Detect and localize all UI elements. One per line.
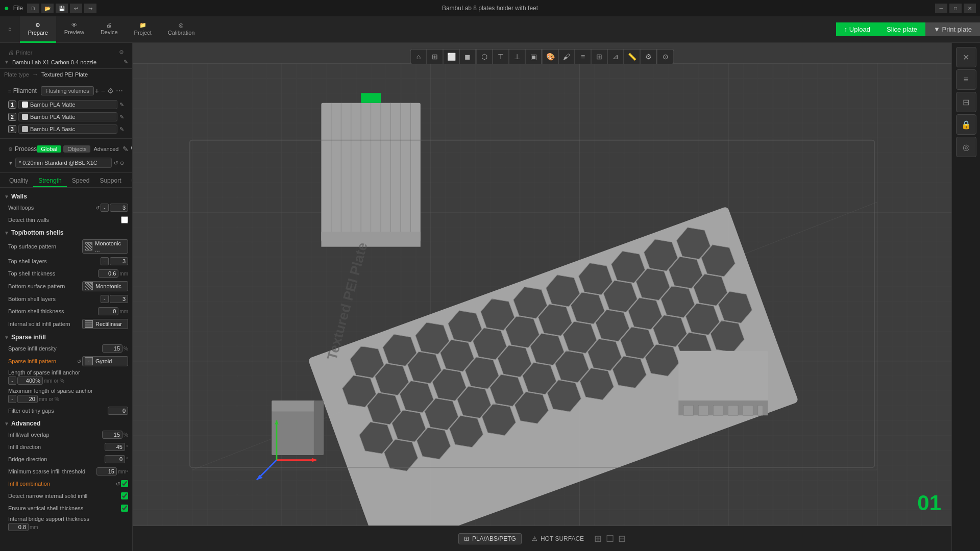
vp-arrange-btn[interactable]: ⊞ bbox=[592, 49, 608, 64]
advanced-btn[interactable]: Advanced bbox=[90, 146, 121, 152]
detect-thin-checkbox[interactable] bbox=[121, 216, 128, 223]
view-mode-3[interactable]: ⊟ bbox=[618, 533, 626, 544]
vp-bottom-btn[interactable]: ⊥ bbox=[509, 49, 526, 64]
add-filament-btn[interactable]: + bbox=[94, 87, 100, 95]
save-btn[interactable]: 💾 bbox=[56, 4, 68, 13]
top-shell-thickness-input[interactable] bbox=[98, 269, 118, 278]
min-sparse-infill-input[interactable] bbox=[96, 467, 117, 475]
wall-loops-input[interactable] bbox=[110, 204, 128, 212]
maximize-btn[interactable]: □ bbox=[949, 4, 962, 13]
filament-select-3[interactable]: Bambu PLA Basic bbox=[18, 124, 117, 134]
nav-calibration[interactable]: ◎ Calibration bbox=[160, 16, 203, 43]
tab-support[interactable]: Support bbox=[94, 175, 126, 187]
close-btn[interactable]: ✕ bbox=[964, 4, 976, 13]
printer-settings-icon[interactable]: ⚙ bbox=[119, 49, 124, 56]
redo-btn[interactable]: ↪ bbox=[84, 4, 96, 13]
infill-direction-input[interactable] bbox=[105, 443, 125, 451]
vp-extra-btn[interactable]: ⊙ bbox=[657, 49, 674, 64]
sparse-pattern-refresh[interactable]: ↺ bbox=[77, 359, 81, 364]
bottom-shell-thickness-input[interactable] bbox=[98, 307, 118, 315]
vp-front-btn[interactable]: ▣ bbox=[526, 49, 542, 64]
viewport[interactable]: ⌂ ⊞ ⬜ ◼ ⬡ ⊤ ⊥ ▣ 🎨 🖌 ≡ ⊞ ⊿ 📏 ⚙ ⊙ bbox=[133, 43, 951, 551]
file-menu[interactable]: File bbox=[13, 5, 23, 12]
nav-prepare[interactable]: ⚙ Prepare bbox=[20, 16, 56, 43]
walls-section[interactable]: ▼ Walls bbox=[0, 190, 132, 202]
process-profile[interactable]: * 0.20mm Standard @BBL X1C bbox=[15, 158, 112, 168]
vp-shaded-btn[interactable]: ◼ bbox=[460, 49, 476, 64]
vp-top-btn[interactable]: ⊤ bbox=[493, 49, 509, 64]
rp-eye-btn[interactable]: ◎ bbox=[956, 137, 976, 157]
tag-objects[interactable]: Objects bbox=[63, 145, 90, 153]
top-surface-pattern-select[interactable]: Monotonic ... bbox=[82, 239, 128, 254]
flushing-volumes-btn[interactable]: Flushing volumes bbox=[41, 86, 94, 95]
refresh-icon[interactable]: ↺ bbox=[114, 160, 118, 166]
infill-combination-checkbox[interactable] bbox=[121, 480, 128, 487]
printer-edit-icon[interactable]: ✎ bbox=[124, 59, 128, 65]
topbottom-section[interactable]: ▼ Top/bottom shells bbox=[0, 226, 132, 238]
length-anchor-input[interactable] bbox=[17, 377, 43, 385]
nav-project[interactable]: 📁 Project bbox=[126, 16, 160, 43]
upload-button[interactable]: ↑ Upload bbox=[836, 22, 878, 36]
open-btn[interactable]: 📂 bbox=[41, 4, 54, 13]
vp-settings-btn[interactable]: ⚙ bbox=[641, 49, 657, 64]
internal-solid-infill-select[interactable]: Rectilinear bbox=[82, 319, 128, 329]
print-button[interactable]: ▼ Print plate bbox=[925, 22, 980, 36]
compare-icon[interactable]: ⊙ bbox=[120, 160, 124, 166]
filament-more-btn[interactable]: ⋯ bbox=[115, 87, 124, 95]
filament-edit-2[interactable]: ✎ bbox=[119, 114, 124, 120]
vp-grid-btn[interactable]: ⊞ bbox=[427, 49, 444, 64]
max-length-anchor-input[interactable] bbox=[17, 395, 38, 403]
wall-loops-down[interactable]: - bbox=[101, 204, 109, 212]
max-length-anchor-down[interactable]: - bbox=[8, 395, 16, 403]
bottom-shell-layers-down[interactable]: - bbox=[101, 295, 109, 303]
rp-objects-btn[interactable]: ⊟ bbox=[956, 92, 976, 112]
filament-edit-3[interactable]: ✎ bbox=[119, 126, 124, 133]
filament-settings-btn[interactable]: ⚙ bbox=[106, 87, 115, 95]
detect-narrow-checkbox[interactable] bbox=[121, 492, 128, 499]
sparse-density-input[interactable] bbox=[102, 344, 122, 353]
tab-speed[interactable]: Speed bbox=[67, 175, 95, 187]
new-btn[interactable]: 🗋 bbox=[27, 4, 39, 13]
infill-combination-refresh[interactable]: ↺ bbox=[116, 481, 120, 487]
vp-layer-btn[interactable]: ≡ bbox=[575, 49, 592, 64]
top-shell-layers-input[interactable] bbox=[110, 257, 128, 265]
undo-btn[interactable]: ↩ bbox=[70, 4, 82, 13]
bottom-surface-pattern-select[interactable]: Monotonic bbox=[82, 281, 128, 291]
ensure-vertical-checkbox[interactable] bbox=[121, 505, 128, 512]
infill-wall-overlap-input[interactable] bbox=[102, 431, 122, 439]
plate-type-value[interactable]: Textured PEI Plate bbox=[41, 71, 88, 78]
filter-gaps-input[interactable] bbox=[108, 407, 128, 415]
bridge-direction-input[interactable] bbox=[105, 455, 125, 463]
vp-view-btn[interactable]: ⬡ bbox=[477, 49, 493, 64]
vp-home-btn[interactable]: ⌂ bbox=[411, 49, 427, 64]
bottom-shell-layers-input[interactable] bbox=[110, 295, 128, 303]
nav-device[interactable]: 🖨 Device bbox=[92, 16, 126, 43]
minimize-btn[interactable]: ─ bbox=[935, 4, 947, 13]
wall-loops-refresh[interactable]: ↺ bbox=[95, 205, 100, 211]
nav-home[interactable]: ⌂ bbox=[0, 16, 20, 43]
view-mode-2[interactable]: ☐ bbox=[606, 533, 614, 544]
sparse-section[interactable]: ▼ Sparse infill bbox=[0, 331, 132, 342]
vp-slice-view-btn[interactable]: ⊿ bbox=[608, 49, 624, 64]
vp-measure-btn[interactable]: 📏 bbox=[624, 49, 641, 64]
tag-global[interactable]: Global bbox=[37, 145, 61, 153]
slice-button[interactable]: Slice plate bbox=[878, 22, 925, 36]
length-anchor-down[interactable]: - bbox=[8, 377, 16, 385]
vp-color-btn[interactable]: 🎨 bbox=[543, 49, 559, 64]
advanced-section[interactable]: ▼ Advanced bbox=[0, 417, 132, 429]
rp-layers-btn[interactable]: ≡ bbox=[956, 69, 976, 90]
view-mode-1[interactable]: ⊞ bbox=[594, 533, 602, 544]
rp-lock-btn[interactable]: 🔒 bbox=[956, 114, 976, 135]
tab-quality[interactable]: Quality bbox=[4, 175, 33, 187]
filament-edit-1[interactable]: ✎ bbox=[119, 102, 124, 108]
tab-others[interactable]: Others bbox=[126, 175, 133, 187]
sparse-pattern-select[interactable]: ≈ Gyroid bbox=[82, 356, 128, 366]
process-edit-btn[interactable]: ✎ bbox=[121, 145, 130, 153]
tab-strength[interactable]: Strength bbox=[33, 175, 66, 187]
nav-preview[interactable]: 👁 Preview bbox=[56, 16, 92, 43]
filament-select-2[interactable]: Bambu PLA Matte bbox=[18, 112, 117, 121]
top-shell-layers-down[interactable]: - bbox=[101, 257, 109, 265]
filament-select-1[interactable]: Bambu PLA Matte bbox=[18, 100, 117, 109]
internal-bridge-input[interactable] bbox=[8, 523, 29, 531]
vp-wireframe-btn[interactable]: ⬜ bbox=[444, 49, 460, 64]
